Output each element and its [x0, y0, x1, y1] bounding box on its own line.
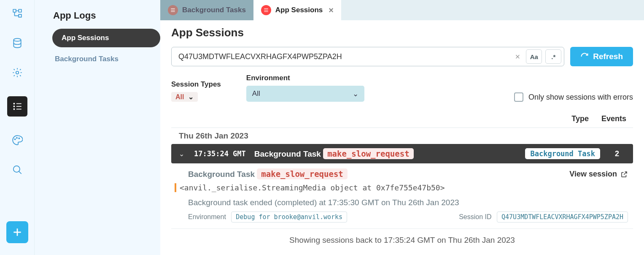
session-task-label: Background Task make_slow_request	[254, 149, 414, 159]
only-errors-checkbox[interactable]	[514, 92, 523, 102]
palette-icon[interactable]	[11, 134, 23, 146]
session-id-label: Session ID	[459, 213, 491, 220]
search-icon[interactable]	[11, 164, 23, 176]
svg-point-0	[13, 38, 21, 41]
icon-rail	[0, 0, 35, 255]
view-session-link[interactable]: View session	[569, 170, 628, 179]
clear-icon[interactable]: ×	[513, 52, 523, 62]
database-icon[interactable]	[11, 37, 23, 49]
svg-point-3	[13, 106, 14, 107]
chevron-down-icon: ⌄	[188, 93, 194, 101]
regex-button[interactable]: .*	[545, 49, 561, 64]
svg-point-8	[14, 139, 15, 140]
logs-icon[interactable]	[7, 96, 27, 117]
list-icon	[168, 5, 178, 15]
tab-bar: Background Tasks App Sessions ×	[160, 0, 644, 20]
list-icon	[261, 5, 271, 15]
add-button[interactable]	[6, 221, 28, 243]
session-types-label: Session Types	[171, 80, 221, 89]
log-line: <anvil._serialise.StreamingMedia object …	[175, 183, 628, 192]
side-panel-title: App Logs	[35, 7, 160, 29]
task-name-badge: make_slow_request	[323, 148, 413, 159]
environment-meta-label: Environment	[188, 213, 226, 220]
type-header: Type	[571, 114, 589, 123]
tab-background-tasks[interactable]: Background Tasks	[160, 0, 253, 20]
svg-point-10	[19, 138, 19, 139]
environment-meta-badge: Debug for brooke@anvil.works	[231, 212, 347, 222]
chevron-down-icon: ⌄	[353, 90, 358, 98]
gear-icon[interactable]	[11, 67, 23, 79]
search-box: × Aa .*	[171, 47, 564, 66]
detail-task-label: Background Task	[188, 170, 255, 179]
session-row[interactable]: ⌄ 17:35:24 GMT Background Task make_slow…	[171, 144, 633, 163]
svg-point-1	[16, 71, 19, 74]
tab-app-sessions[interactable]: App Sessions ×	[253, 0, 341, 20]
only-errors-label: Only show sessions with errors	[528, 93, 633, 102]
ended-line: Background task ended (completed) at 17:…	[188, 198, 628, 207]
sidebar-item-app-sessions[interactable]: App Sessions	[52, 29, 160, 47]
close-icon[interactable]: ×	[329, 5, 334, 15]
refresh-button[interactable]: Refresh	[570, 47, 633, 66]
session-details: Background Task make_slow_request View s…	[171, 163, 633, 229]
svg-point-11	[13, 166, 19, 172]
external-link-icon	[620, 171, 628, 178]
events-header: Events	[601, 114, 626, 123]
search-input[interactable]	[178, 52, 509, 61]
svg-point-9	[16, 138, 17, 138]
side-panel: App Logs App Sessions Background Tasks	[35, 0, 160, 255]
main-area: Background Tasks App Sessions × App Sess…	[160, 0, 644, 255]
case-sensitive-button[interactable]: Aa	[526, 49, 542, 64]
sidebar-item-background-tasks[interactable]: Background Tasks	[35, 50, 160, 68]
svg-point-2	[13, 103, 14, 104]
events-count: 2	[609, 149, 625, 158]
content-area: App Sessions × Aa .* Refresh Session Typ…	[160, 20, 644, 255]
svg-line-12	[19, 171, 21, 174]
environment-select[interactable]: All ⌄	[246, 86, 364, 102]
session-time: 17:35:24 GMT	[194, 149, 246, 158]
environment-label: Environment	[246, 74, 364, 82]
detail-task-name-badge: make_slow_request	[257, 168, 347, 179]
page-title: App Sessions	[171, 26, 633, 39]
refresh-icon	[580, 52, 589, 61]
app-browser-icon[interactable]	[11, 8, 23, 19]
session-types-select[interactable]: All ⌄	[171, 92, 198, 102]
svg-point-4	[13, 109, 14, 109]
type-badge: Background Task	[525, 148, 600, 159]
date-group: Thu 26th Jan 2023	[171, 128, 633, 144]
session-id-badge: Q47U3MDTWFLEACVXRHAGFX4PWP5ZPA2H	[497, 212, 628, 222]
footer-line: Showing sessions back to 17:35:24 GMT on…	[171, 229, 633, 252]
chevron-down-icon: ⌄	[179, 150, 186, 158]
